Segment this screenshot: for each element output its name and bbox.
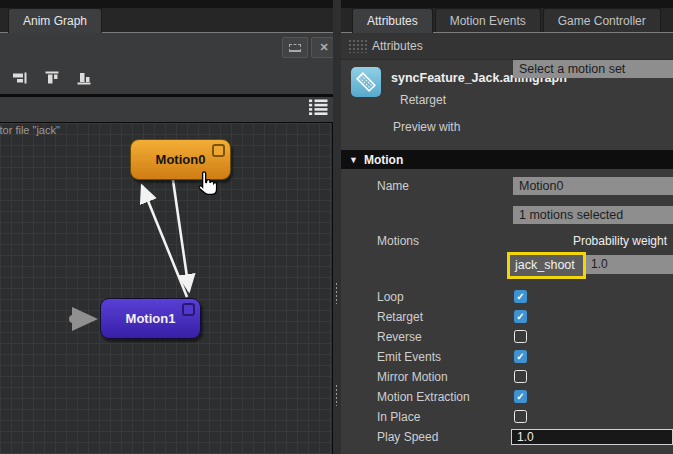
align-top-icon[interactable] [45,71,60,85]
flag-label-motion-extraction: Motion Extraction [377,390,470,404]
canvas-header-row [0,97,333,118]
splitter-grip [335,282,338,304]
splitter-grip [335,384,338,406]
checkbox-in-place[interactable] [514,410,527,423]
node-state-badge [182,303,195,316]
animgraph-file-icon [351,67,381,97]
flag-label-emit-events: Emit Events [377,350,441,364]
motions-label: Motions [377,234,419,248]
node-state-badge [212,144,225,157]
animation-editor-window: Anim Graph ✕ [0,0,673,454]
motions-selected-row: 1 motions selected [341,206,673,224]
checkbox-mirror-motion[interactable] [514,370,527,383]
motion-flag-row: Retarget [341,307,673,327]
align-bottom-icon[interactable] [77,71,92,85]
attributes-header-bar: Attributes [341,33,673,60]
motion-flag-row: Loop [341,287,673,307]
anim-graph-titlebar: ✕ [0,33,333,61]
motion-flag-row: Mirror Motion [341,367,673,387]
animgraph-file-block: syncFeature_Jack.animgraph Retarget Prev… [341,60,673,150]
checkbox-reverse[interactable] [514,330,527,343]
retarget-label: Retarget [400,93,446,107]
attributes-content: syncFeature_Jack.animgraph Retarget Prev… [341,60,673,454]
panel-splitter[interactable] [333,0,341,454]
flag-label-reverse: Reverse [377,330,422,344]
checkbox-emit-events[interactable] [514,350,527,363]
motions-row: Motions Probability weight [341,232,673,250]
play-speed-label: Play Speed [377,430,438,444]
checkbox-motion-extraction[interactable] [514,390,527,403]
anim-graph-tabbar: Anim Graph [0,8,333,33]
checkbox-retarget[interactable] [514,310,527,323]
motion-entry-row: jack_shoot 1.0 [341,253,673,278]
tab-anim-graph[interactable]: Anim Graph [8,8,102,33]
drag-grip-icon[interactable] [348,39,368,53]
maximize-button[interactable] [282,37,308,58]
flag-label-in-place: In Place [377,410,420,424]
flag-label-retarget: Retarget [377,310,423,324]
attributes-tabbar: Attributes Motion Events Game Controller [341,8,673,33]
attributes-panel: Attributes Motion Events Game Controller… [341,0,673,454]
graph-node-motion0[interactable]: Motion0 [130,139,231,180]
node-label: Motion0 [156,152,206,167]
flag-label-loop: Loop [377,290,404,304]
graph-alignment-toolbar [0,61,333,94]
motion-flags-list: Loop Retarget Reverse Emit Events Mirror… [341,287,673,427]
anim-graph-canvas[interactable]: ctor file "jack" Motion0 [0,122,333,454]
tab-attributes[interactable]: Attributes [352,8,433,33]
close-icon: ✕ [319,41,328,54]
motion-section-header[interactable]: ▼ Motion [341,150,673,169]
motions-selected-field[interactable]: 1 motions selected [513,206,673,224]
probability-weight-label: Probability weight [573,234,667,248]
attributes-header-title: Attributes [372,39,423,53]
graph-node-motion1[interactable]: Motion1 [100,298,201,339]
motion-flag-row: In Place [341,407,673,427]
node-list-icon[interactable] [309,99,328,119]
motion-name-field[interactable]: jack_shoot [507,252,586,279]
top-strip [341,0,673,8]
play-speed-input[interactable]: 1.0 [511,429,673,445]
name-field[interactable]: Motion0 [513,177,673,195]
motion-flag-row: Motion Extraction [341,387,673,407]
motion-set-dropdown[interactable]: Select a motion set [513,60,673,78]
name-label: Name [377,179,409,193]
probability-weight-field[interactable]: 1.0 [586,255,673,274]
motion-flag-row: Emit Events [341,347,673,367]
motion-section-title: Motion [364,153,403,167]
tab-motion-events[interactable]: Motion Events [435,8,541,32]
motion-flag-row: Reverse [341,327,673,347]
checkbox-loop[interactable] [514,290,527,303]
canvas-status-text: ctor file "jack" [0,124,60,136]
tab-game-controller[interactable]: Game Controller [543,8,661,32]
align-right-icon[interactable] [13,71,28,85]
node-label: Motion1 [126,311,176,326]
collapse-triangle-icon: ▼ [349,155,358,165]
preview-with-label: Preview with [393,120,460,134]
play-speed-row: Play Speed 1.0 [341,429,673,449]
anim-graph-panel: Anim Graph ✕ [0,0,333,454]
restore-icon [289,44,301,52]
name-row: Name Motion0 [341,177,673,195]
top-strip [0,0,333,8]
flag-label-mirror-motion: Mirror Motion [377,370,448,384]
